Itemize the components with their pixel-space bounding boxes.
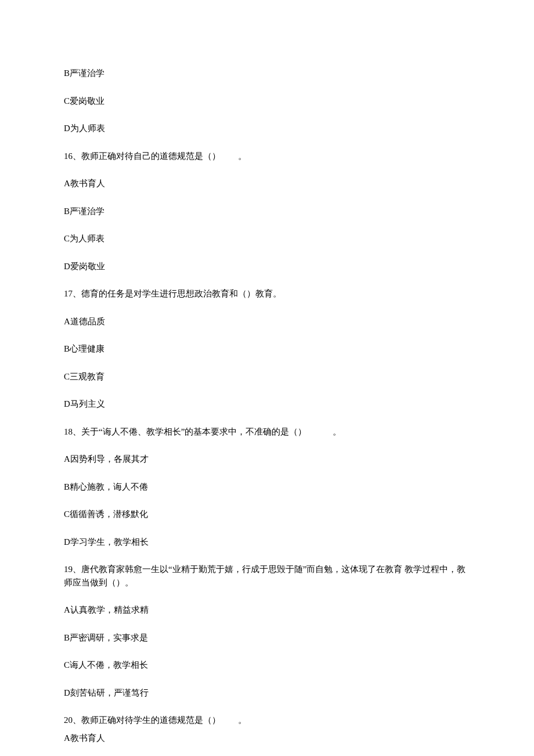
question-text: 17、德育的任务是对学生进行思想政治教育和（）教育。 [64,287,470,301]
option-text: B严密调研，实事求是 [64,631,470,645]
option-text: D刻苦钻研，严谨笃行 [64,686,470,700]
option-text: B严谨治学 [64,205,470,218]
option-text: B精心施教，诲人不倦 [64,480,470,494]
option-text: A认真教学，精益求精 [64,603,470,617]
option-text: C循循善诱，潜移默化 [64,508,470,521]
option-text: A教书育人 [64,177,470,190]
option-text: A教书育人 [64,732,470,745]
option-text: C诲人不倦，教学相长 [64,659,470,672]
option-text: C三观教育 [64,370,470,384]
option-text: D马列主义 [64,397,470,411]
option-text: A道德品质 [64,315,470,328]
question-text: 18、关于“诲人不倦、教学相长”的基本要求中，不准确的是（） 。 [64,425,470,439]
question-text: 16、教师正确对待自己的道德规范是（） 。 [64,150,470,163]
option-text: A因势利导，各展其才 [64,453,470,466]
option-text: D学习学生，教学相长 [64,536,470,549]
option-text: C为人师表 [64,232,470,245]
question-text: 19、唐代教育家韩愈一生以“业精于勤荒于嬉，行成于思毁于随”而自勉，这体现了在教… [64,563,470,589]
question-text: 20、教师正确对待学生的道德规范是（） 。 [64,714,470,727]
option-text: B严谨治学 [64,67,470,80]
option-text: C爱岗敬业 [64,95,470,108]
option-text: D为人师表 [64,122,470,135]
document-page: B严谨治学 C爱岗敬业 D为人师表 16、教师正确对待自己的道德规范是（） 。 … [0,0,534,744]
option-text: D爱岗敬业 [64,260,470,273]
option-text: B心理健康 [64,342,470,356]
